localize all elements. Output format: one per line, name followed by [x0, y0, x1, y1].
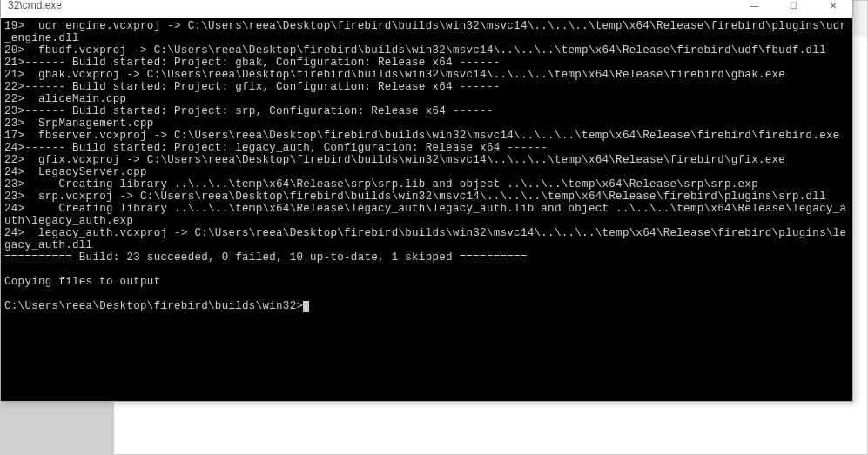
console-line: 21>------ Build started: Project: gbak, …	[4, 57, 849, 69]
console-line: 23> srp.vcxproj -> C:\Users\reea\Desktop…	[4, 191, 849, 203]
console-line	[4, 264, 849, 276]
window-title: 32\cmd.exe	[8, 0, 735, 11]
console-line: 20> fbudf.vcxproj -> C:\Users\reea\Deskt…	[4, 44, 849, 57]
console-line: C:\Users\reea\Desktop\firebird\builds\wi…	[4, 300, 849, 312]
cmd-window: 32\cmd.exe — ☐ ✕ 19> udr_engine.vcxproj …	[0, 0, 853, 402]
minimize-icon: —	[750, 1, 759, 10]
window-controls: — ☐ ✕	[735, 0, 852, 18]
console-line: Copying files to output	[4, 276, 849, 288]
console-line: 23> Creating library ..\..\..\temp\x64\R…	[4, 178, 849, 191]
console-line: ========== Build: 23 succeeded, 0 failed…	[4, 251, 849, 264]
console-line: 22> aliceMain.cpp	[4, 93, 849, 105]
console-line: 22> gfix.vcxproj -> C:\Users\reea\Deskto…	[4, 154, 849, 166]
console-line: 17> fbserver.vcxproj -> C:\Users\reea\De…	[4, 130, 849, 142]
console-output[interactable]: 19> udr_engine.vcxproj -> C:\Users\reea\…	[1, 18, 852, 401]
cursor	[303, 301, 309, 312]
console-line: 21> gbak.vcxproj -> C:\Users\reea\Deskto…	[4, 69, 849, 81]
console-line: 24> Creating library ..\..\..\temp\x64\R…	[4, 203, 849, 227]
console-line: 24> LegacyServer.cpp	[4, 166, 849, 178]
maximize-button[interactable]: ☐	[774, 0, 813, 18]
console-line: 23>------ Build started: Project: srp, C…	[4, 105, 849, 117]
titlebar[interactable]: 32\cmd.exe — ☐ ✕	[1, 0, 852, 18]
console-line	[4, 288, 849, 300]
console-line: 24>------ Build started: Project: legacy…	[4, 142, 849, 154]
close-button[interactable]: ✕	[813, 0, 852, 18]
console-line: 23> SrpManagement.cpp	[4, 117, 849, 130]
console-line: 19> udr_engine.vcxproj -> C:\Users\reea\…	[4, 20, 849, 44]
minimize-button[interactable]: —	[735, 0, 774, 18]
console-line: 22>------ Build started: Project: gfix, …	[4, 81, 849, 93]
maximize-icon: ☐	[790, 1, 797, 10]
console-line: 24> legacy_auth.vcxproj -> C:\Users\reea…	[4, 227, 849, 251]
close-icon: ✕	[830, 1, 837, 10]
